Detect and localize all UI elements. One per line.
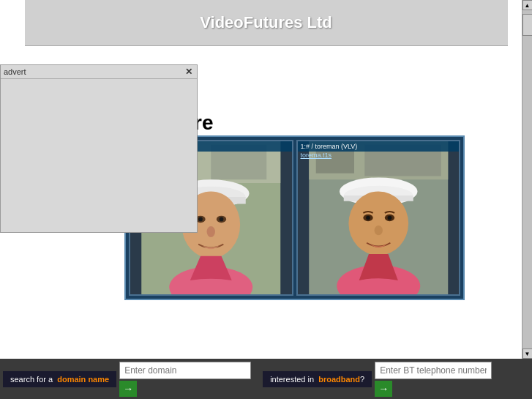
svg-point-12: [207, 226, 215, 237]
search-domain-row: search for a domain name: [3, 371, 116, 387]
phone-arrow-row: →: [375, 381, 492, 397]
advert-bar: advert ✕: [1, 65, 197, 79]
advert-popup: advert ✕: [0, 64, 198, 233]
scroll-down-arrow: ▼: [525, 351, 531, 357]
domain-input-section: →: [119, 362, 251, 397]
svg-point-10: [198, 217, 203, 222]
advert-close-button[interactable]: ✕: [184, 67, 194, 77]
domain-input[interactable]: [119, 362, 251, 379]
interested-suffix: ?: [360, 375, 364, 384]
interested-pre-text: interested in: [270, 375, 314, 384]
svg-point-26: [387, 216, 391, 220]
broadband-highlight-text: broadband: [318, 375, 360, 384]
main-content: VideoFutures Ltd advert ✕ re About H.263…: [0, 0, 532, 359]
broadband-row: interested in broadband?: [263, 371, 372, 387]
svg-point-11: [220, 217, 224, 222]
video-frame-2: 1:# / toreman (VLV) torema.t1s: [296, 140, 461, 296]
scroll-track[interactable]: [522, 10, 533, 348]
domain-submit-button[interactable]: →: [119, 381, 137, 397]
page-header: VideoFutures Ltd: [25, 0, 508, 46]
scroll-up-button[interactable]: ▲: [522, 0, 533, 10]
svg-point-27: [374, 225, 382, 235]
advert-content-area: [1, 79, 197, 231]
scroll-down-button[interactable]: ▼: [522, 348, 533, 359]
phone-input-section: →: [375, 362, 492, 397]
scroll-thumb[interactable]: [522, 14, 533, 36]
interested-broadband-button[interactable]: interested in broadband?: [263, 371, 372, 387]
site-title: VideoFutures Ltd: [200, 13, 332, 31]
video-frame-2-header: 1:# / toreman (VLV): [298, 141, 460, 152]
advert-label: advert: [4, 67, 26, 76]
search-domain-button[interactable]: search for a domain name: [3, 371, 116, 387]
video-frame-2-content: [298, 141, 460, 294]
scrollbar: ▲ ▼: [522, 0, 532, 359]
search-domain-section: search for a domain name: [3, 371, 116, 387]
phone-submit-button[interactable]: →: [375, 381, 392, 397]
domain-arrow-row: →: [119, 381, 251, 397]
bottom-toolbar: search for a domain name → interested in…: [0, 359, 532, 399]
phone-input[interactable]: [375, 362, 492, 379]
svg-point-25: [366, 216, 370, 220]
scroll-up-arrow: ▲: [525, 2, 531, 9]
broadband-section: interested in broadband?: [263, 371, 372, 387]
phone-input-row: [375, 362, 492, 379]
search-pre-text: search for a: [10, 375, 53, 384]
video-frame-2-link[interactable]: torema.t1s: [301, 152, 332, 159]
domain-input-row: [119, 362, 251, 379]
search-highlight-text: domain name: [57, 375, 109, 384]
